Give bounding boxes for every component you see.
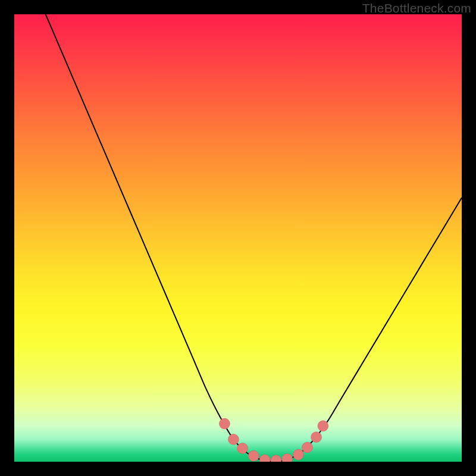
curve-marker	[311, 432, 322, 443]
curve-marker	[237, 443, 248, 453]
bottleneck-curve-svg	[14, 14, 462, 462]
curve-marker	[293, 449, 304, 460]
curve-marker	[282, 453, 293, 462]
curve-marker	[259, 455, 270, 462]
curve-marker	[302, 442, 313, 453]
watermark-text: TheBottleneck.com	[362, 1, 471, 15]
chart-frame: TheBottleneck.com	[0, 0, 476, 476]
curve-marker	[271, 455, 281, 462]
curve-marker	[228, 434, 239, 444]
curve-marker	[219, 418, 230, 429]
plot-area	[14, 14, 462, 462]
curve-marker	[318, 421, 328, 431]
curve-marker	[248, 450, 259, 461]
bottleneck-curve	[46, 14, 462, 462]
